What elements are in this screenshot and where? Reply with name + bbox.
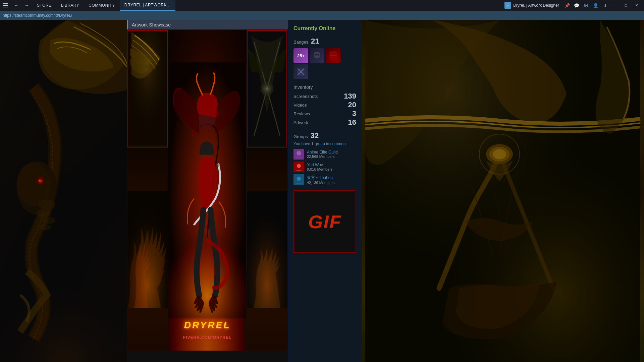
group-avatar-yuri [293,162,304,172]
inventory-section: Inventory Screenshots 139 Videos 20 Revi… [293,84,356,126]
artwork-label: Artwork [293,120,308,125]
svg-text:S: S [507,4,509,7]
user-icon[interactable]: 👤 [592,1,600,9]
svg-point-12 [36,209,51,217]
common-prefix: You have [293,141,310,146]
screenshots-value: 139 [344,93,356,100]
videos-row: Videos 20 [293,101,356,109]
badge-count: 64 [584,3,588,8]
common-groups-text: You have 1 group in common [293,141,356,146]
notification-badge[interactable]: 64 [582,3,590,8]
app-title: Dryrel. | Artwork Designer [513,3,559,8]
group-avatar-touhou [293,174,304,185]
svg-rect-17 [128,32,167,145]
nav-library[interactable]: LIBRARY [56,0,84,11]
group-members-touhou: 42,139 Members [307,181,356,185]
svg-rect-34 [330,52,336,60]
main-character-art: DRYREL FIVERR.COM/DRYREL [168,30,246,351]
artwork-cell-top-right[interactable] [247,30,287,147]
reviews-label: Reviews [293,111,310,116]
dryrel-watermark: DRYREL [184,320,231,330]
group-members-yuri: 9,916 Members [307,167,356,171]
nav-community[interactable]: COMMUNITY [84,0,120,11]
groups-label: Groups [293,134,308,139]
groups-count: 32 [311,131,319,140]
forward-button[interactable]: → [21,0,32,11]
back-button[interactable]: ← [11,0,21,11]
svg-rect-19 [168,208,246,318]
address-bar [0,11,644,20]
artwork-value: 16 [348,119,356,126]
reviews-row: Reviews 3 [293,110,356,117]
minimize-button[interactable]: – [610,2,620,9]
badges-number: 21 [311,37,319,46]
inventory-title: Inventory [293,84,356,90]
badges-count: Badges 21 [293,37,356,46]
online-status: Currently Online [293,25,356,32]
badge-skull[interactable] [310,48,324,63]
far-right-panel [362,20,644,362]
svg-rect-15 [0,221,127,362]
svg-point-33 [317,54,319,56]
group-info-anime: Anime Elite Guild 22,568 Members [307,150,356,159]
svg-point-32 [315,54,317,56]
group-name-anime: Anime Elite Guild [307,150,356,155]
svg-point-11 [39,199,55,209]
badge-years[interactable]: 25+ [293,48,308,63]
badge-crossed[interactable] [293,64,308,79]
artwork-cell-bottom-right[interactable] [247,148,287,351]
svg-point-42 [297,164,301,168]
reviews-value: 3 [352,110,356,117]
group-item-anime[interactable]: Anime Elite Guild 22,568 Members [293,149,356,160]
steam-icon: S [504,2,511,9]
screenshots-row: Screenshots 139 [293,93,356,100]
svg-point-26 [265,87,269,90]
group-info-yuri: Yuri Wuv 9,916 Members [307,163,356,171]
svg-point-40 [297,151,301,156]
left-panel [0,20,127,362]
artwork-cell-main[interactable]: DRYREL FIVERR.COM/DRYREL [168,30,246,351]
pin-icon[interactable]: 📌 [563,1,571,9]
badges-section: Badges 21 25+ [293,37,356,79]
gif-label: GIF [308,211,341,233]
titlebar: ← → STORE LIBRARY COMMUNITY DRYREL | ART… [0,0,644,11]
screenshots-label: Screenshots [293,94,318,99]
group-avatar-anime [293,149,304,160]
common-suffix: in common [326,141,346,146]
artwork-row: Artwork 16 [293,119,356,126]
address-input[interactable] [3,13,103,18]
center-panel: Artwork Showcase [127,20,288,362]
svg-point-44 [297,177,301,181]
download-icon[interactable]: ⬇ [601,1,609,9]
videos-value: 20 [348,101,356,109]
artwork-cell-top-left[interactable] [127,30,168,147]
far-right-artwork [362,20,644,362]
right-panel: Currently Online Badges 21 25+ [288,20,362,362]
group-item-yuri[interactable]: Yuri Wuv 9,916 Members [293,162,356,172]
titlebar-menu: ← → STORE LIBRARY COMMUNITY DRYREL | ART… [0,0,175,11]
app-info: S Dryrel. | Artwork Designer [502,2,561,9]
artwork-cell-bottom-left[interactable] [127,148,168,351]
groups-section: Groups 32 You have 1 group in common Ani [293,131,356,185]
badge-icons-row: 25+ [293,48,356,79]
close-button[interactable]: ✕ [632,2,641,9]
nav-active-tab[interactable]: DRYREL | ARTWORK... [120,0,175,11]
group-info-touhou: 東方 ~ Touhou 42,139 Members [307,175,356,185]
svg-point-50 [493,149,506,159]
common-count: 1 group [311,141,326,146]
group-members-anime: 22,568 Members [307,155,356,159]
gif-box[interactable]: GIF [293,190,356,253]
nav-store[interactable]: STORE [32,0,56,11]
artwork-grid: DRYREL FIVERR.COM/DRYREL [127,29,288,351]
hamburger-icon[interactable] [0,0,11,11]
chat-icon[interactable]: 💬 [573,1,581,9]
main-content: Artwork Showcase [0,20,644,362]
titlebar-right: S Dryrel. | Artwork Designer 📌 💬 64 👤 ⬇ … [502,1,644,9]
artwork-showcase-header: Artwork Showcase [127,20,288,29]
group-name-touhou: 東方 ~ Touhou [307,175,356,181]
groups-header: Groups 32 [293,131,356,140]
dragon-artwork [0,20,127,362]
maximize-button[interactable]: □ [621,2,631,9]
badge-red-card[interactable] [326,48,340,63]
group-item-touhou[interactable]: 東方 ~ Touhou 42,139 Members [293,174,356,185]
